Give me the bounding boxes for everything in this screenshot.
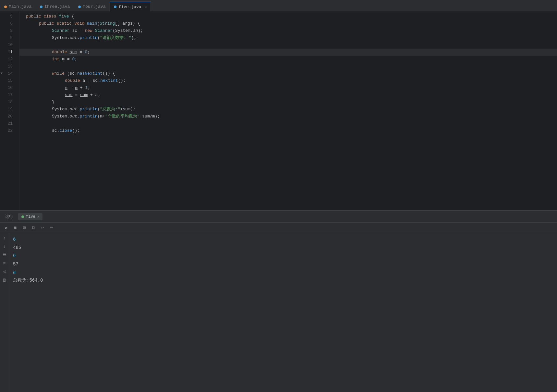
code-line-18: } — [19, 99, 557, 106]
code-line-17: sum = sum + a; — [19, 92, 557, 99]
tab-three-java[interactable]: three.java — [36, 2, 74, 11]
code-line-8: Scanner sc = new Scanner(System.in); — [19, 27, 557, 34]
line-num-15: 15 — [0, 77, 15, 84]
tab-main-java[interactable]: Main.java — [0, 2, 36, 11]
code-line-5: public class five { — [19, 13, 557, 20]
line-num-16: 16 — [0, 84, 15, 92]
line-num-18: 18 — [0, 99, 15, 106]
toolbar-more-btn[interactable]: ⋯ — [48, 224, 55, 231]
tab-dot-three — [40, 6, 42, 8]
line-num-21: 21 — [0, 120, 15, 127]
line-num-8: 8 — [0, 27, 15, 34]
line-num-11: 11 — [0, 49, 15, 56]
code-line-13 — [19, 63, 557, 70]
line-num-17: 17 — [0, 92, 15, 99]
sidebar-down-btn[interactable]: ↓ — [1, 243, 8, 250]
output-line-5: a — [13, 268, 553, 276]
line-num-9: 9 — [0, 34, 15, 42]
tab-five-java[interactable]: five.java ✕ — [110, 2, 151, 11]
tab-close-five[interactable]: ✕ — [145, 5, 147, 9]
sidebar-trash-btn[interactable]: 🗑 — [1, 276, 8, 284]
tab-label-five: five.java — [118, 5, 141, 9]
code-line-22: sc.close(); — [19, 127, 557, 134]
line-num-20: 20 — [0, 113, 15, 120]
code-line-12: int m = 0; — [19, 56, 557, 63]
output-line-1: 6 — [13, 236, 553, 244]
code-line-16: m = m + 1; — [19, 84, 557, 92]
line-num-13: 13 — [0, 63, 15, 70]
output-line-2: 485 — [13, 244, 553, 252]
code-line-19: System.out.println("总数为:"+sum); — [19, 106, 557, 113]
panel-run-label: 运行 — [3, 214, 16, 219]
panel-tab-close[interactable]: ✕ — [37, 214, 40, 219]
output-line-6: 总数为:564.0 — [13, 276, 553, 285]
tab-label-four: four.java — [83, 4, 105, 9]
code-line-11: double sum = 0; — [19, 49, 557, 56]
line-numbers: 5 6 8 9 10 11 12 13 ▼ 14 15 16 17 18 19 … — [0, 12, 19, 210]
toolbar-stop-btn[interactable]: ■ — [12, 224, 19, 231]
code-container: 5 6 8 9 10 11 12 13 ▼ 14 15 16 17 18 19 … — [0, 12, 557, 210]
toolbar-screenshot-btn[interactable]: ⊡ — [21, 224, 28, 231]
code-content[interactable]: public class five { public static void m… — [19, 12, 557, 210]
line-num-22: 22 — [0, 127, 15, 134]
panel-tab-five[interactable]: five ✕ — [18, 213, 42, 220]
bottom-panel: 运行 five ✕ ↺ ■ ⊡ ⧉ ↩ ⋯ ↑ ↓ ☰ ≡ 🖨 🗑 6 485 … — [0, 210, 557, 392]
tab-dot-four — [78, 6, 81, 8]
sidebar-up-btn[interactable]: ↑ — [1, 234, 8, 241]
sidebar-print-btn[interactable]: 🖨 — [1, 268, 8, 275]
toolbar-rerun-btn[interactable]: ↺ — [3, 224, 10, 231]
toolbar-restore-btn[interactable]: ↩ — [39, 224, 46, 231]
output-line-3: 6 — [13, 252, 553, 260]
editor-area: 5 6 8 9 10 11 12 13 ▼ 14 15 16 17 18 19 … — [0, 12, 557, 210]
panel-toolbar: ↺ ■ ⊡ ⧉ ↩ ⋯ — [0, 223, 557, 233]
tab-label-main: Main.java — [9, 4, 31, 9]
code-line-9: System.out.println("请输入数据: "); — [19, 34, 557, 42]
code-line-21 — [19, 120, 557, 127]
tab-dot-five — [114, 6, 116, 8]
panel-tab-bar: 运行 five ✕ — [0, 211, 557, 223]
sidebar-list-btn[interactable]: ☰ — [1, 251, 8, 258]
code-line-15: double a = sc.nextInt(); — [19, 77, 557, 84]
panel-content: ↑ ↓ ☰ ≡ 🖨 🗑 6 485 6 57 a 总数为:564.0 — [0, 233, 557, 392]
line-num-19: 19 — [0, 106, 15, 113]
code-line-20: System.out.println(m+"个数的平均数为"+sum/m); — [19, 113, 557, 120]
sidebar-list2-btn[interactable]: ≡ — [1, 260, 8, 267]
fold-icon-14[interactable]: ▼ — [1, 71, 3, 76]
tab-four-java[interactable]: four.java — [74, 2, 110, 11]
line-num-10: 10 — [0, 42, 15, 49]
output-line-4: 57 — [13, 260, 553, 268]
panel-sidebar: ↑ ↓ ☰ ≡ 🖨 🗑 — [0, 233, 9, 392]
panel-tab-label: five — [26, 214, 35, 219]
code-line-6: public static void main(String[] args) { — [19, 20, 557, 27]
code-line-10 — [19, 42, 557, 49]
panel-tab-dot — [21, 215, 24, 218]
panel-output[interactable]: 6 485 6 57 a 总数为:564.0 — [9, 233, 557, 392]
tab-label-three: three.java — [44, 4, 70, 9]
code-line-14: while (sc.hasNextInt()) { — [19, 70, 557, 77]
tab-bar: Main.java three.java four.java five.java… — [0, 0, 557, 12]
line-num-6: 6 — [0, 20, 15, 27]
tab-dot-main — [4, 6, 7, 8]
line-num-12: 12 — [0, 56, 15, 63]
line-num-14: ▼ 14 — [0, 70, 15, 77]
toolbar-copy-btn[interactable]: ⧉ — [30, 224, 37, 231]
line-num-5: 5 — [0, 13, 15, 20]
